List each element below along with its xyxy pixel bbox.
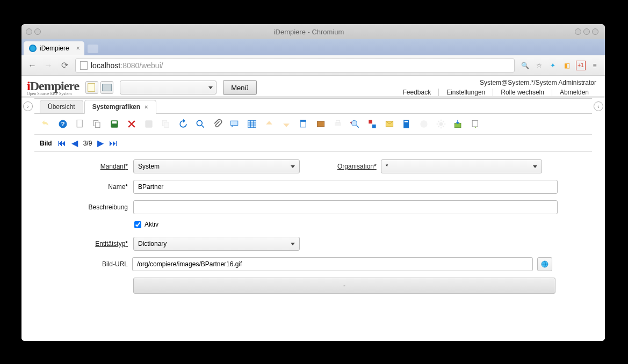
menu-button[interactable]: Menü <box>223 80 257 95</box>
tab-close-icon[interactable]: × <box>145 104 148 110</box>
new-record-icon[interactable] <box>85 81 98 94</box>
wm-maximize[interactable] <box>583 28 590 35</box>
wm-button-1[interactable] <box>26 28 32 35</box>
copy-record-icon[interactable] <box>159 117 173 131</box>
wm-minimize[interactable] <box>575 28 581 35</box>
first-record-icon[interactable]: ⏮ <box>57 139 66 148</box>
chat-icon[interactable] <box>228 117 242 131</box>
report-icon[interactable] <box>297 117 311 131</box>
new-icon[interactable] <box>73 117 87 131</box>
name-label: Name* <box>47 183 128 191</box>
svg-point-27 <box>439 122 443 126</box>
reload-button[interactable]: ⟳ <box>59 60 70 71</box>
request-icon[interactable] <box>382 117 396 131</box>
svg-rect-25 <box>405 121 408 122</box>
right-sidebar-toggle[interactable]: ‹ <box>592 98 605 341</box>
nav-down-icon[interactable] <box>279 117 293 131</box>
attachment-icon[interactable] <box>211 117 225 131</box>
extension-icon[interactable]: ◧ <box>562 61 572 70</box>
wm-close[interactable] <box>592 28 598 35</box>
translate-icon[interactable]: ✦ <box>548 61 558 70</box>
product-info-icon[interactable] <box>400 117 414 131</box>
last-record-icon[interactable]: ⏭ <box>109 139 118 148</box>
bookmark-star-icon[interactable]: ☆ <box>534 61 544 70</box>
svg-point-20 <box>351 120 357 126</box>
new-tab-button[interactable] <box>88 45 98 53</box>
save-icon[interactable] <box>107 117 121 131</box>
svg-point-12 <box>197 120 202 126</box>
tab-systemgrafiken[interactable]: Systemgrafiken× <box>84 100 156 114</box>
open-window-icon[interactable] <box>100 81 113 94</box>
tab-overview[interactable]: Übersicht <box>40 100 83 113</box>
next-record-icon[interactable]: ▶ <box>97 138 104 148</box>
mandant-label: Mandant* <box>47 163 128 170</box>
copy-icon[interactable] <box>90 117 104 131</box>
undo-icon[interactable] <box>39 117 53 131</box>
import-file-icon[interactable] <box>468 117 482 131</box>
prev-record-icon[interactable]: ◀ <box>71 138 78 148</box>
name-field[interactable] <box>133 180 558 194</box>
page-icon <box>80 61 88 70</box>
zoom-across-icon[interactable] <box>348 117 362 131</box>
svg-rect-6 <box>96 122 100 128</box>
active-checkbox[interactable] <box>134 221 141 228</box>
svg-text:?: ? <box>61 120 64 127</box>
archive-icon[interactable] <box>314 117 328 131</box>
record-navigator: Bild ⏮ ◀ 3/9 ▶ ⏭ <box>34 135 592 152</box>
favicon-icon <box>29 45 37 52</box>
menu-icon[interactable]: ≡ <box>590 61 600 70</box>
left-sidebar-toggle[interactable]: › <box>21 98 34 341</box>
image-url-field[interactable] <box>132 257 533 271</box>
description-field[interactable] <box>133 200 558 214</box>
svg-rect-17 <box>317 121 324 127</box>
save-new-icon[interactable] <box>142 117 156 131</box>
grid-toggle-icon[interactable] <box>245 117 259 131</box>
settings-link[interactable]: Einstellungen <box>439 89 493 96</box>
nav-up-icon[interactable] <box>262 117 276 131</box>
image-preview-button[interactable]: - <box>133 278 555 294</box>
feedback-link[interactable]: Feedback <box>395 89 439 96</box>
entitytype-label: Entitätstyp* <box>47 240 128 247</box>
window-title: iDempiere - Chromium <box>43 28 575 36</box>
address-field[interactable]: localhost:8080/webui/ <box>75 59 515 72</box>
refresh-icon[interactable] <box>176 117 190 131</box>
organisation-label: Organisation* <box>337 163 377 170</box>
export-icon[interactable] <box>451 117 465 131</box>
wm-button-2[interactable] <box>34 28 41 35</box>
logout-link[interactable]: Abmelden <box>552 89 596 96</box>
svg-rect-4 <box>77 120 82 127</box>
browser-addressbar: ← → ⟳ localhost:8080/webui/ 🔍 ☆ ✦ ◧ +1 ≡ <box>21 55 605 76</box>
header-combobox[interactable] <box>120 81 216 94</box>
active-label: Aktiv <box>145 221 158 228</box>
delete-icon[interactable] <box>125 117 139 131</box>
description-label: Beschreibung <box>47 203 128 211</box>
svg-rect-9 <box>145 120 152 127</box>
svg-rect-13 <box>231 121 238 125</box>
app-tabbar: Übersicht Systemgrafiken× <box>34 99 592 114</box>
back-button[interactable]: ← <box>27 60 38 71</box>
process-icon[interactable] <box>417 117 431 131</box>
find-icon[interactable] <box>193 117 207 131</box>
logo: iDempiere Open Source ERP System <box>27 79 79 96</box>
gplus-icon[interactable]: +1 <box>576 61 586 70</box>
organisation-combobox[interactable]: * <box>381 159 542 173</box>
record-position: 3/9 <box>83 140 92 147</box>
entitytype-combobox[interactable]: Dictionary <box>133 237 300 251</box>
help-icon[interactable]: ? <box>56 117 70 131</box>
gear-icon[interactable] <box>434 117 448 131</box>
record-label: Bild <box>40 140 52 147</box>
active-workflow-icon[interactable] <box>365 117 379 131</box>
tab-close-icon[interactable]: × <box>76 45 80 52</box>
svg-rect-29 <box>472 120 478 127</box>
browser-tab-title: iDempiere <box>40 45 69 52</box>
print-icon[interactable] <box>331 117 345 131</box>
zoom-icon[interactable]: 🔍 <box>520 61 530 70</box>
mandant-combobox[interactable]: System <box>133 159 300 173</box>
forward-button[interactable]: → <box>43 60 54 71</box>
browser-tab-active[interactable]: iDempiere × <box>24 41 84 55</box>
svg-rect-16 <box>300 120 306 122</box>
toolbar: ? <box>34 114 592 135</box>
open-url-button[interactable] <box>537 257 552 271</box>
switch-role-link[interactable]: Rolle wechseln <box>493 89 552 96</box>
svg-rect-1 <box>103 84 112 91</box>
